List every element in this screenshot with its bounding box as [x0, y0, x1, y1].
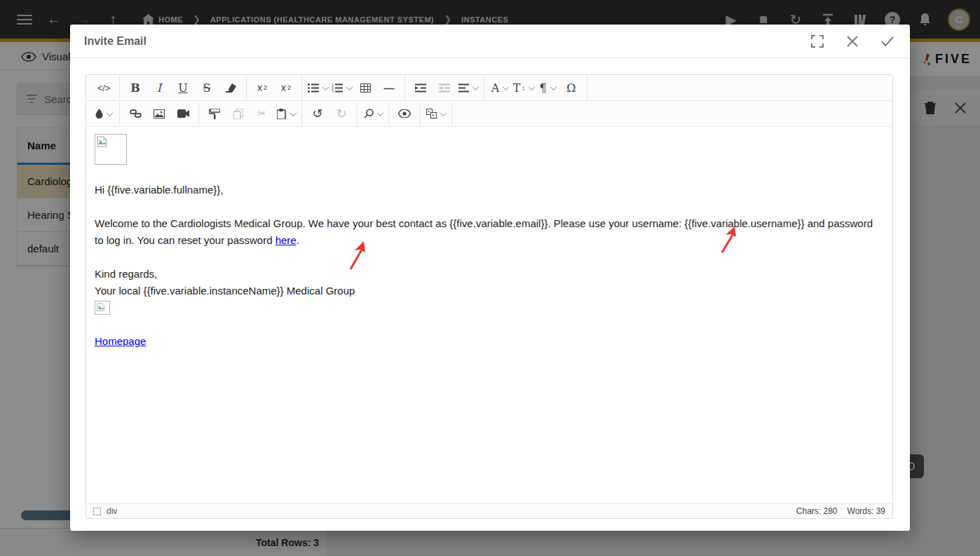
- element-selector-icon[interactable]: [93, 508, 101, 515]
- chevron-down-icon: [529, 83, 536, 90]
- chevron-down-icon: [346, 83, 353, 90]
- email-paragraph: Welcome to the Cardiologists Medical Gro…: [95, 215, 880, 249]
- email-regards: Kind regards,: [95, 266, 884, 283]
- chevron-down-icon: [503, 83, 510, 90]
- insert-table-button[interactable]: [353, 77, 377, 98]
- modal-header: Invite Email: [70, 25, 910, 58]
- chevron-down-icon: [440, 109, 447, 116]
- underline-button[interactable]: U: [171, 77, 195, 98]
- insert-video-button[interactable]: [171, 103, 195, 124]
- clear-formatting-icon[interactable]: [219, 77, 243, 98]
- check-icon[interactable]: [879, 33, 896, 50]
- chevron-down-icon: [322, 83, 329, 90]
- modal-title: Invite Email: [84, 35, 147, 48]
- special-characters-button[interactable]: Ω: [559, 77, 583, 98]
- paragraph-format-button[interactable]: ¶: [536, 77, 559, 98]
- cut-button: ✂: [250, 103, 274, 124]
- chevron-down-icon: [550, 83, 557, 90]
- undo-button[interactable]: ↺: [306, 103, 329, 124]
- rich-text-editor: </> B I U S x2 x2 123 —: [86, 74, 893, 519]
- chevron-down-icon: [290, 109, 297, 116]
- insert-link-button[interactable]: [123, 103, 147, 124]
- element-path[interactable]: div: [107, 506, 117, 516]
- chevron-down-icon: [376, 109, 383, 116]
- broken-image-placeholder[interactable]: [95, 134, 127, 165]
- horizontal-rule-button[interactable]: —: [377, 77, 401, 98]
- zoom-button[interactable]: [361, 103, 385, 124]
- indent-button[interactable]: [409, 77, 433, 98]
- fullscreen-icon[interactable]: [809, 33, 826, 50]
- word-count: Words: 39: [848, 506, 885, 516]
- email-body-editable[interactable]: Hi {{five.variable.fullname}}, Welcome t…: [86, 127, 892, 503]
- reset-password-link[interactable]: here: [275, 234, 297, 246]
- strikethrough-button[interactable]: S: [195, 77, 219, 98]
- unordered-list-button[interactable]: [306, 77, 329, 98]
- invite-email-modal: Invite Email </> B I U S x2: [70, 25, 910, 531]
- editor-toolbar-row2: ✂ ↺ ↻: [86, 101, 892, 127]
- format-painter-button[interactable]: [203, 103, 226, 124]
- bold-button[interactable]: B: [123, 77, 147, 98]
- char-count: Chars: 280: [796, 506, 838, 516]
- email-greeting: Hi {{five.variable.fullname}},: [95, 182, 884, 198]
- outdent-button: [433, 77, 456, 98]
- editor-status-bar: div Chars: 280 Words: 39: [86, 503, 892, 518]
- copy-button: [226, 103, 250, 124]
- font-size-button[interactable]: T↕: [512, 77, 536, 98]
- select-all-button[interactable]: [424, 103, 448, 124]
- email-signature: Your local {{five.variable.instanceName}…: [95, 283, 884, 299]
- paste-button[interactable]: [274, 103, 298, 124]
- preview-button[interactable]: [393, 103, 416, 124]
- editor-toolbar-row1: </> B I U S x2 x2 123 —: [86, 75, 892, 101]
- broken-image-placeholder-small[interactable]: [95, 301, 110, 315]
- chevron-down-icon: [472, 83, 479, 90]
- close-icon[interactable]: [844, 33, 861, 50]
- font-color-button[interactable]: A: [488, 77, 512, 98]
- svg-text:3: 3: [332, 89, 334, 93]
- homepage-link[interactable]: Homepage: [95, 335, 146, 347]
- background-color-button[interactable]: [92, 103, 116, 124]
- superscript-button[interactable]: x2: [250, 77, 274, 98]
- chevron-down-icon: [107, 109, 114, 116]
- ordered-list-button[interactable]: 123: [329, 77, 353, 98]
- italic-button[interactable]: I: [147, 77, 171, 98]
- redo-button: ↻: [329, 103, 353, 124]
- subscript-button[interactable]: x2: [274, 77, 298, 98]
- code-view-button[interactable]: </>: [92, 77, 116, 98]
- insert-image-button[interactable]: [147, 103, 171, 124]
- align-button[interactable]: [456, 77, 480, 98]
